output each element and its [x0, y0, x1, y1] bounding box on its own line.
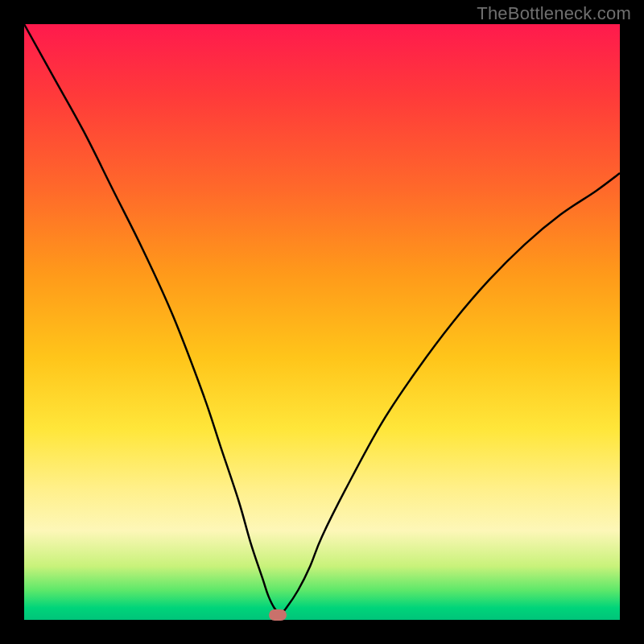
minimum-marker: [269, 609, 287, 621]
curve-path: [24, 24, 620, 614]
plot-area: [24, 24, 620, 620]
chart-frame: TheBottleneck.com: [0, 0, 644, 644]
watermark-text: TheBottleneck.com: [477, 3, 631, 24]
bottleneck-curve: [24, 24, 620, 620]
